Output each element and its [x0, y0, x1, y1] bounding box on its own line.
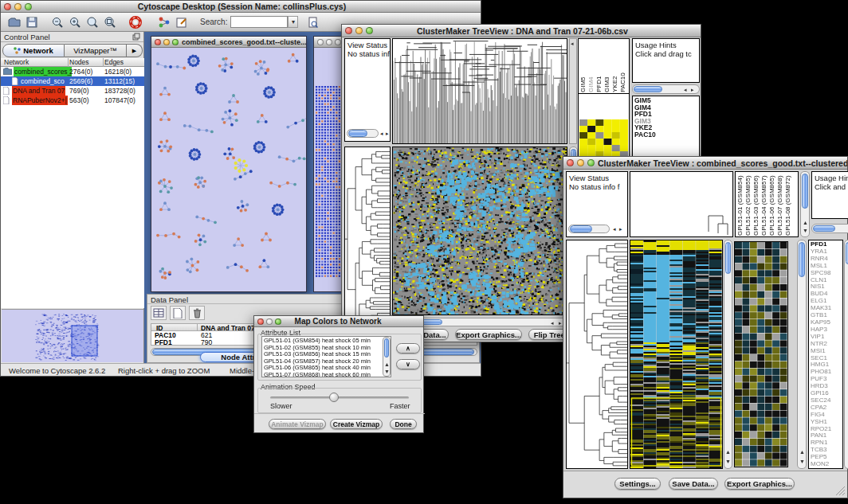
network-graph-canvas[interactable] [151, 48, 306, 291]
treeview2-titlebar[interactable]: ClusterMaker TreeView : combined_scores_… [563, 157, 847, 170]
close-button[interactable] [155, 39, 161, 45]
tv1-dendro-scroll-strip[interactable]: ◂ [569, 38, 577, 144]
open-file-button[interactable] [6, 14, 23, 30]
scroll-up-icon[interactable]: ▲ [725, 449, 731, 455]
tv2-column-dendrogram[interactable] [630, 171, 733, 237]
tv1-status-scrollbar[interactable] [347, 129, 379, 138]
new-attribute-icon[interactable] [170, 306, 186, 320]
zoom-button[interactable] [366, 27, 373, 34]
gene-label[interactable]: MON2 [811, 461, 842, 468]
scroll-down-icon[interactable]: ▼ [384, 369, 390, 375]
main-titlebar[interactable]: Cytoscape Desktop (Session Name: collins… [1, 1, 481, 13]
minimize-button[interactable] [14, 3, 22, 10]
scroll-right-icon[interactable]: ▸ [691, 87, 694, 93]
scroll-up-icon[interactable]: ▲ [384, 361, 390, 368]
minimize-button[interactable] [266, 318, 273, 325]
tv2-save-data-button[interactable]: Save Data... [669, 478, 718, 490]
animate-vizmap-button[interactable]: Animate Vizmap [269, 419, 326, 429]
scroll-right-icon[interactable]: ▸ [559, 320, 562, 326]
scroll-up-icon[interactable]: ▲ [799, 449, 805, 455]
move-up-button[interactable]: ∧ [396, 343, 420, 354]
minimize-button[interactable] [577, 159, 584, 166]
tv2-genes-vscrollbar[interactable]: ▲ ▼ [797, 240, 807, 469]
tv1-heatmap[interactable] [392, 147, 567, 315]
scroll-right-icon[interactable]: ▸ [619, 226, 622, 232]
tv2-right-vscrollbar[interactable] [844, 240, 848, 469]
scroll-left-icon[interactable]: ◂ [551, 320, 554, 326]
search-options-icon[interactable] [304, 14, 322, 30]
tab-overflow-button[interactable]: ▶ [127, 44, 143, 57]
search-input[interactable] [230, 16, 288, 28]
tv2-export-graphics-button[interactable]: Export Graphics... [724, 478, 795, 490]
tv2-heatmap[interactable] [630, 240, 723, 469]
scroll-down-icon[interactable]: ▼ [725, 459, 731, 465]
close-button[interactable] [317, 39, 324, 45]
attribute-list-scrollbar[interactable]: ▲ ▼ [383, 337, 391, 377]
close-button[interactable] [345, 27, 352, 34]
tv2-zoom-heatmap[interactable] [734, 241, 788, 467]
network-row-rnapuber[interactable]: RNAPuberNov2+| 563(0) 107847(0) [1, 96, 144, 105]
tv1-column-dendrogram[interactable] [392, 38, 567, 144]
tv1-export-graphics-button[interactable]: Export Graphics... [455, 329, 522, 340]
network-overview-panel[interactable] [2, 309, 143, 362]
tv1-usage-scrollbar[interactable]: ◂ ▸ [632, 84, 700, 94]
tv2-status-scrollbar[interactable] [568, 225, 610, 233]
dialog-titlebar[interactable]: Map Colors to Network [254, 316, 423, 327]
animation-speed-slider-track[interactable] [270, 397, 409, 399]
network-view-icon[interactable] [155, 14, 173, 30]
tab-vizmapper[interactable]: VizMapper™ [65, 44, 127, 57]
zoom-button[interactable] [25, 3, 32, 10]
network-row-dna-tran[interactable]: DNA and Tran 07 769(0) 183728(0) [1, 86, 144, 96]
minimize-button[interactable] [355, 27, 363, 34]
minimize-button[interactable] [326, 39, 332, 45]
create-vizmap-button[interactable]: Create Vizmap [330, 419, 383, 429]
scroll-up-icon[interactable]: ▲ [803, 220, 808, 226]
resize-grip[interactable] [834, 485, 846, 496]
zoom-out-icon[interactable] [49, 14, 66, 30]
delete-attribute-icon[interactable] [189, 306, 205, 320]
close-button[interactable] [257, 318, 264, 325]
attribute-table-icon[interactable] [151, 306, 167, 320]
scroll-down-icon[interactable]: ▼ [803, 228, 808, 234]
close-button[interactable] [4, 3, 11, 10]
zoom-button[interactable] [275, 318, 281, 325]
network-view-titlebar[interactable]: combined_scores_good.txt--cluste... [151, 37, 306, 48]
tab-network[interactable]: Network [2, 44, 65, 57]
zoom-in-icon[interactable] [66, 14, 84, 30]
tv2-row-dendrogram[interactable] [566, 240, 628, 469]
attribute-list[interactable]: GPL51-01 (GSM854) heat shock 05 minGPL51… [261, 336, 391, 377]
tv1-correlation-matrix[interactable] [579, 119, 628, 158]
tv2-usage-scrollbar[interactable] [811, 224, 848, 233]
close-button[interactable] [567, 159, 574, 166]
animation-speed-slider-thumb[interactable] [329, 393, 339, 402]
float-panel-icon[interactable] [132, 29, 140, 44]
tv2-labels-vscrollbar[interactable]: ▲ ▼ [800, 171, 810, 237]
network-row-combined-sco-selected[interactable]: combined_sco 2569(6) 13112(15) [1, 76, 144, 86]
attribute-list-item[interactable]: GPL51-07 (GSM868) heat shock 60 min [264, 372, 389, 377]
tv1-usage-hints-panel: Usage Hints Click and drag tc [632, 38, 700, 83]
annotation-icon[interactable] [173, 14, 190, 30]
treeview1-titlebar[interactable]: ClusterMaker TreeView : DNA and Tran 07-… [342, 25, 701, 37]
zoom-button[interactable] [335, 39, 341, 45]
search-dropdown-arrow[interactable]: ▾ [288, 16, 298, 28]
scroll-right-icon[interactable]: ▸ [386, 131, 389, 137]
network-overview-canvas[interactable] [2, 310, 142, 362]
tv1-row-dendrogram[interactable] [344, 147, 391, 342]
network-row-combined-scores[interactable]: combined_scores_ 2764(0) 16218(0) [1, 67, 144, 76]
help-lifering-icon[interactable] [127, 14, 144, 30]
tv2-heatmap-vscrollbar[interactable]: ▲ ▼ [724, 240, 732, 469]
done-button[interactable]: Done [390, 419, 417, 429]
save-button[interactable] [23, 14, 41, 30]
tv2-gene-list[interactable]: PFD1YRA1RNR4MSL1SPC98CLN1NIS1BUD4ELG1MAK… [808, 240, 843, 469]
scroll-left-icon[interactable]: ◂ [684, 87, 687, 93]
move-down-button[interactable]: ∨ [396, 359, 420, 369]
scroll-left-icon[interactable]: ◂ [613, 226, 616, 232]
zoom-fit-icon[interactable] [101, 14, 119, 30]
scroll-down-icon[interactable]: ▼ [799, 459, 805, 465]
scroll-left-icon[interactable]: ◂ [380, 131, 383, 137]
minimize-button[interactable] [163, 39, 170, 45]
zoom-button[interactable] [172, 39, 179, 45]
tv2-settings-button[interactable]: Settings... [614, 478, 661, 490]
zoom-button[interactable] [587, 159, 595, 166]
zoom-selected-icon[interactable] [84, 14, 101, 30]
